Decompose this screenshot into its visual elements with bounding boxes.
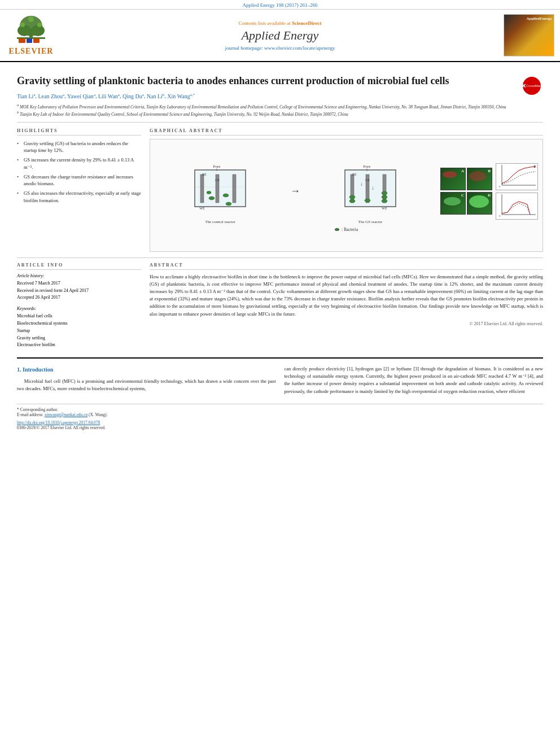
chart-top-svg: 0 Current (A/m²) (496, 164, 537, 190)
author-qing-du: Qing Dua (123, 93, 144, 99)
svg-text:WE: WE (382, 207, 387, 210)
svg-point-21 (223, 194, 229, 197)
journal-header: ELSEVIER Contents lists available at Sci… (0, 10, 560, 62)
elsevier-brand-text: ELSEVIER (9, 47, 54, 56)
author-lean-zhou: Lean Zhoua (38, 93, 64, 99)
svg-point-36 (382, 199, 387, 203)
svg-point-38 (382, 191, 387, 195)
confocal-row-top: A B C (440, 163, 538, 220)
keywords-list: Microbial fuel cells Bioelectrochemical … (17, 313, 141, 349)
authors-line: Tian Lia, Lean Zhoua, Yawei Qiana, Lili … (17, 92, 543, 99)
graphical-abstract-column: GRAPHICAL ABSTRACT (150, 128, 543, 252)
bacteria-legend-text: : Bacteria (342, 227, 358, 232)
gs-reactor-svg: Pore CE WE RE (336, 159, 404, 218)
doi-line: http://dx.doi.org/10.1016/j.apenergy.201… (17, 420, 543, 425)
confocal-image-a: A (440, 168, 466, 190)
highlights-list: Gravity settling (GS) of bacteria to ano… (17, 139, 141, 206)
highlight-item-2: GS increases the current density by 29% … (17, 155, 141, 172)
article-history: Article history: Received 7 March 2017 R… (17, 273, 141, 302)
svg-rect-14 (233, 174, 236, 203)
introduction-section: 1. Introduction Microbial fuel cell (MFC… (17, 357, 543, 395)
paper-title: Gravity settling of planktonic bacteria … (17, 75, 543, 88)
keyword-4: Gravity settling (17, 335, 141, 342)
journal-citation: Applied Energy 198 (2017) 261–266 (243, 2, 318, 8)
keyword-3: Startup (17, 327, 141, 335)
svg-text:0: 0 (499, 215, 501, 217)
affiliation-b: b Tianjin Key Lab of Indoor Air Environm… (17, 110, 543, 117)
author-lili-wan: Lili Wana (98, 93, 120, 99)
svg-point-35 (349, 195, 355, 199)
confocal-image-d: D (467, 192, 492, 215)
svg-rect-8 (19, 38, 25, 43)
abstract-column: ABSTRACT How to acclimate a highly elect… (150, 263, 543, 349)
ga-legend: : Bacteria (335, 227, 358, 232)
svg-text:↓: ↓ (371, 185, 374, 191)
journal-citation-bar: Applied Energy 198 (2017) 261–266 (0, 0, 560, 10)
svg-text:RE: RE (352, 173, 357, 176)
control-reactor: Pore CE WE RE (155, 159, 286, 224)
journal-center: Contents lists available at ScienceDirec… (56, 20, 504, 51)
confocal-cd-row: C D (440, 192, 492, 215)
ga-images-row: Pore CE WE RE (155, 159, 538, 224)
graphical-abstract-label: GRAPHICAL ABSTRACT (150, 128, 543, 136)
issn-line: 0306-2619/© 2017 Elsevier Ltd. All right… (17, 425, 543, 430)
intro-right-col: can directly produce electricity [1], hy… (285, 365, 544, 395)
svg-point-6 (28, 16, 34, 22)
elsevier-logo: ELSEVIER (6, 15, 56, 56)
corresponding-note: * Corresponding author. (17, 407, 543, 412)
mini-chart-bottom: 0 (496, 193, 538, 220)
author-xin-wang: Xin Wanga,* (167, 93, 195, 99)
gs-reactor-drawing: Pore CE WE RE (336, 159, 404, 218)
chart-bottom-svg: 0 (496, 193, 537, 219)
journal-title: Applied Energy (68, 28, 492, 43)
email-link[interactable]: xinwangt@nankai.edu.cn (45, 412, 88, 417)
bacteria-legend-icon (335, 228, 339, 231)
keywords-label: Keywords: (17, 306, 141, 311)
copyright-line: © 2017 Elsevier Ltd. All rights reserved… (150, 321, 543, 326)
author-tian-li: Tian Lia (17, 93, 35, 99)
keyword-1: Microbial fuel cells (17, 313, 141, 320)
highlights-label: HIGHLIGHTS (17, 128, 141, 136)
sciencedirect-brand: ScienceDirect (292, 20, 321, 26)
sciencedirect-link: Contents lists available at ScienceDirec… (68, 20, 492, 26)
highlight-item-4: GS also increases the electroactivity, e… (17, 189, 141, 206)
svg-point-4 (31, 25, 45, 36)
confocal-image-b: B (467, 168, 492, 190)
svg-point-3 (18, 25, 31, 36)
author-yawei-qian: Yawei Qiana (67, 93, 95, 99)
accepted-date: Accepted 26 April 2017 (17, 294, 141, 302)
abstract-text: How to acclimate a highly electroactive … (150, 273, 543, 318)
journal-homepage: journal homepage: www.elsevier.com/locat… (68, 45, 492, 51)
doi-link[interactable]: http://dx.doi.org/10.1016/j.apenergy.201… (17, 420, 100, 425)
intro-left-col: 1. Introduction Microbial fuel cell (MFC… (17, 365, 276, 395)
article-info-label: ARTICLE INFO (17, 263, 141, 270)
affiliation-a: a MOE Key Laboratory of Pollution Proces… (17, 103, 543, 110)
svg-text:Pore: Pore (213, 164, 221, 169)
article-info-abstract-section: ARTICLE INFO Article history: Received 7… (17, 257, 543, 349)
svg-point-39 (365, 199, 370, 202)
affiliations: a MOE Key Laboratory of Pollution Proces… (17, 103, 543, 123)
elsevier-tree-icon (14, 15, 48, 46)
article-info-column: ARTICLE INFO Article history: Received 7… (17, 263, 141, 349)
confocal-panels: A B C (440, 163, 538, 220)
crossmark-icon: ✕CrossMark (523, 77, 541, 95)
mini-chart-top: E (496, 163, 538, 190)
paper-content: Gravity settling of planktonic bacteria … (0, 62, 560, 436)
svg-text:RE: RE (202, 173, 207, 176)
history-label: Article history: (17, 273, 141, 278)
gs-reactor: Pore CE WE RE (305, 159, 436, 224)
introduction-two-col: 1. Introduction Microbial fuel cell (MFC… (17, 365, 543, 395)
footnotes: * Corresponding author. E-mail address: … (17, 404, 543, 430)
svg-text:0: 0 (499, 185, 501, 188)
svg-point-22 (207, 191, 211, 194)
highlight-item-1: Gravity settling (GS) of bacteria to ano… (17, 139, 141, 156)
svg-rect-12 (200, 174, 204, 203)
graphical-abstract-box: Pore CE WE RE (150, 139, 543, 252)
bacteria-dot-icon (335, 228, 339, 231)
svg-point-7 (37, 23, 42, 27)
highlights-column: HIGHLIGHTS Gravity settling (GS) of bact… (17, 128, 141, 252)
intro-right-text: can directly produce electricity [1], hy… (285, 365, 544, 395)
confocal-image-c: C (440, 192, 466, 215)
svg-point-20 (209, 196, 215, 200)
keyword-5: Electroactive biofilm (17, 342, 141, 349)
